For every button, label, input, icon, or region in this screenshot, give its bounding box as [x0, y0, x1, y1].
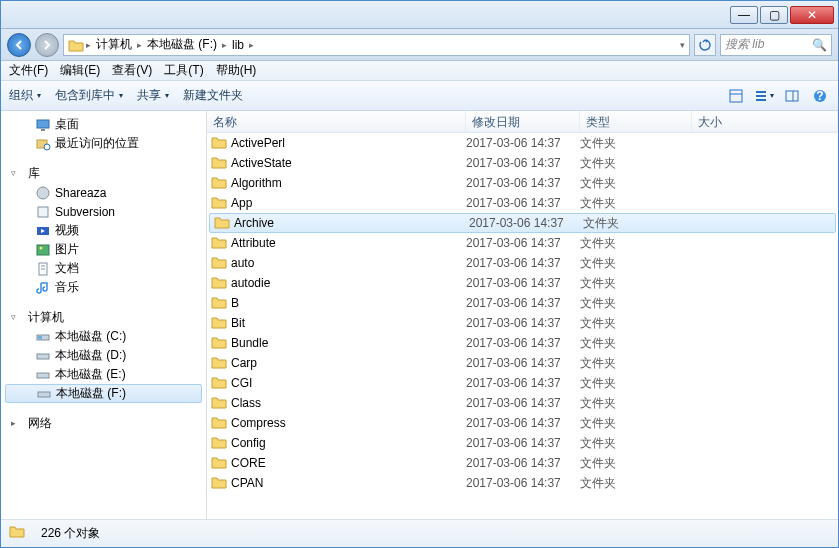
file-row[interactable]: Attribute2017-03-06 14:37文件夹 [207, 233, 838, 253]
folder-icon [211, 175, 227, 192]
file-type: 文件夹 [580, 135, 692, 152]
sidebar-item-label: 本地磁盘 (E:) [55, 366, 126, 383]
organize-button[interactable]: 组织 [9, 87, 41, 104]
file-date: 2017-03-06 14:37 [466, 376, 580, 390]
chevron-right-icon: ▸ [86, 40, 91, 50]
folder-icon [211, 335, 227, 352]
folder-icon [211, 275, 227, 292]
column-header-type[interactable]: 类型 [580, 111, 692, 132]
folder-icon [211, 255, 227, 272]
sidebar-item-drive-d[interactable]: 本地磁盘 (D:) [1, 346, 206, 365]
file-row[interactable]: ActiveState2017-03-06 14:37文件夹 [207, 153, 838, 173]
sidebar-item-videos[interactable]: 视频 [1, 221, 206, 240]
file-row[interactable]: Config2017-03-06 14:37文件夹 [207, 433, 838, 453]
forward-button[interactable] [35, 33, 59, 57]
file-row[interactable]: Compress2017-03-06 14:37文件夹 [207, 413, 838, 433]
menu-help[interactable]: 帮助(H) [216, 62, 257, 79]
svg-rect-20 [37, 245, 49, 255]
sidebar-item-drive-c[interactable]: 本地磁盘 (C:) [1, 327, 206, 346]
column-header-date[interactable]: 修改日期 [466, 111, 580, 132]
file-row[interactable]: CORE2017-03-06 14:37文件夹 [207, 453, 838, 473]
folder-icon [211, 195, 227, 212]
sidebar-item-drive-f[interactable]: 本地磁盘 (F:) [5, 384, 202, 403]
view-mode-button[interactable] [754, 86, 774, 106]
file-row[interactable]: Archive2017-03-06 14:37文件夹 [209, 213, 836, 233]
help-button[interactable]: ? [810, 86, 830, 106]
file-row[interactable]: Carp2017-03-06 14:37文件夹 [207, 353, 838, 373]
sidebar-item-pictures[interactable]: 图片 [1, 240, 206, 259]
maximize-button[interactable]: ▢ [760, 6, 788, 24]
column-header-size[interactable]: 大小 [692, 111, 838, 132]
back-button[interactable] [7, 33, 31, 57]
view-options-button[interactable] [726, 86, 746, 106]
sidebar-item-label: 文档 [55, 260, 79, 277]
desktop-icon [35, 117, 51, 133]
file-list[interactable]: ActivePerl2017-03-06 14:37文件夹ActiveState… [207, 133, 838, 519]
include-library-button[interactable]: 包含到库中 [55, 87, 123, 104]
file-row[interactable]: Bit2017-03-06 14:37文件夹 [207, 313, 838, 333]
breadcrumb[interactable]: ▸ 计算机 ▸ 本地磁盘 (F:) ▸ lib ▸ ▾ [63, 34, 690, 56]
file-row[interactable]: auto2017-03-06 14:37文件夹 [207, 253, 838, 273]
chevron-down-icon[interactable]: ▾ [680, 40, 685, 50]
file-row[interactable]: Bundle2017-03-06 14:37文件夹 [207, 333, 838, 353]
sidebar-item-recent[interactable]: 最近访问的位置 [1, 134, 206, 153]
sidebar-heading-network[interactable]: ▸网络 [1, 413, 206, 433]
sidebar-item-shareaza[interactable]: Shareaza [1, 183, 206, 202]
file-row[interactable]: CGI2017-03-06 14:37文件夹 [207, 373, 838, 393]
sidebar-item-documents[interactable]: 文档 [1, 259, 206, 278]
close-button[interactable]: ✕ [790, 6, 834, 24]
subversion-icon [35, 204, 51, 220]
sidebar-item-subversion[interactable]: Subversion [1, 202, 206, 221]
file-type: 文件夹 [580, 435, 692, 452]
file-date: 2017-03-06 14:37 [469, 216, 583, 230]
svg-rect-28 [38, 336, 42, 339]
file-row[interactable]: B2017-03-06 14:37文件夹 [207, 293, 838, 313]
main-area: 桌面 最近访问的位置 ▿库 Shareaza Subversion 视频 图片 … [1, 111, 838, 519]
file-type: 文件夹 [580, 475, 692, 492]
folder-icon [211, 295, 227, 312]
expand-icon[interactable]: ▿ [11, 312, 20, 322]
file-row[interactable]: Class2017-03-06 14:37文件夹 [207, 393, 838, 413]
breadcrumb-item-computer[interactable]: 计算机 [93, 36, 135, 53]
share-button[interactable]: 共享 [137, 87, 169, 104]
file-row[interactable]: ActivePerl2017-03-06 14:37文件夹 [207, 133, 838, 153]
file-row[interactable]: Algorithm2017-03-06 14:37文件夹 [207, 173, 838, 193]
list-icon [754, 89, 768, 103]
menu-view[interactable]: 查看(V) [112, 62, 152, 79]
minimize-button[interactable]: — [730, 6, 758, 24]
file-date: 2017-03-06 14:37 [466, 276, 580, 290]
file-name: B [231, 296, 239, 310]
sidebar-item-drive-e[interactable]: 本地磁盘 (E:) [1, 365, 206, 384]
file-row[interactable]: autodie2017-03-06 14:37文件夹 [207, 273, 838, 293]
expand-icon[interactable]: ▸ [11, 418, 20, 428]
search-input[interactable]: 搜索 lib 🔍 [720, 34, 832, 56]
sidebar-heading-library[interactable]: ▿库 [1, 163, 206, 183]
svg-point-21 [40, 246, 43, 249]
navigation-pane[interactable]: 桌面 最近访问的位置 ▿库 Shareaza Subversion 视频 图片 … [1, 111, 207, 519]
file-type: 文件夹 [580, 455, 692, 472]
menu-file[interactable]: 文件(F) [9, 62, 48, 79]
sidebar-item-desktop[interactable]: 桌面 [1, 115, 206, 134]
file-type: 文件夹 [583, 215, 695, 232]
sidebar-item-music[interactable]: 音乐 [1, 278, 206, 297]
breadcrumb-item-drive[interactable]: 本地磁盘 (F:) [144, 36, 220, 53]
file-date: 2017-03-06 14:37 [466, 476, 580, 490]
file-row[interactable]: CPAN2017-03-06 14:37文件夹 [207, 473, 838, 493]
sidebar-item-label: 图片 [55, 241, 79, 258]
file-row[interactable]: App2017-03-06 14:37文件夹 [207, 193, 838, 213]
new-folder-button[interactable]: 新建文件夹 [183, 87, 243, 104]
column-header-name[interactable]: 名称 [207, 111, 466, 132]
svg-point-16 [37, 187, 49, 199]
preview-pane-button[interactable] [782, 86, 802, 106]
refresh-button[interactable] [694, 34, 716, 56]
file-type: 文件夹 [580, 315, 692, 332]
menu-edit[interactable]: 编辑(E) [60, 62, 100, 79]
folder-icon [211, 235, 227, 252]
svg-rect-5 [786, 91, 798, 101]
menu-tools[interactable]: 工具(T) [164, 62, 203, 79]
sidebar-item-label: Shareaza [55, 186, 106, 200]
breadcrumb-item-folder[interactable]: lib [229, 38, 247, 52]
file-type: 文件夹 [580, 235, 692, 252]
sidebar-heading-computer[interactable]: ▿计算机 [1, 307, 206, 327]
expand-icon[interactable]: ▿ [11, 168, 20, 178]
